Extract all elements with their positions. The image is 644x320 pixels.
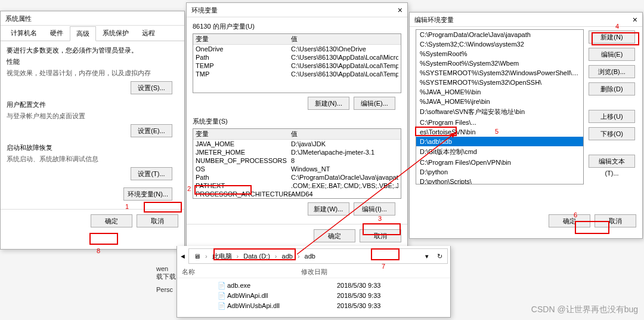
explorer-sidebar: wen 载下载 Persc [156, 265, 180, 293]
table-row[interactable]: PATHEXT.COM;.EXE;.BAT;.CMD;.VBS;.VBE;.JS… [193, 181, 401, 190]
userprofile-settings-button[interactable]: 设置(E)... [131, 124, 172, 137]
table-row[interactable]: PathC:\Users\86130\AppData\Local\Microso… [193, 53, 401, 61]
sysprops-ok-button[interactable]: 确定 [91, 214, 132, 227]
side-item[interactable]: Persc [156, 286, 180, 293]
sysprops-tabs: 计算机名 硬件 高级 系统保护 远程 [1, 26, 184, 41]
user-hdr-var: 变量 [196, 35, 291, 44]
env-vars-window: 环境变量 × 86130 的用户变量(U) 变量值 OneDriveC:\Use… [186, 2, 408, 264]
userprofile-desc: 与登录帐户相关的桌面设置 [7, 112, 178, 121]
list-item[interactable]: C:\ProgramData\Oracle\Java\javapath [416, 30, 583, 39]
file-row[interactable]: 📄adb.exe2018/5/30 9:33 [218, 281, 445, 291]
table-row[interactable]: JAVA_HOMED:\java\JDK [193, 140, 401, 148]
user-edit-button[interactable]: 编辑(E)... [354, 97, 395, 110]
list-item[interactable]: %SYSTEMROOT%\System32\WindowsPowerShell\… [416, 68, 583, 78]
path-list[interactable]: C:\ProgramData\Oracle\Java\javapathC:\Sy… [416, 29, 584, 184]
tab-advanced[interactable]: 高级 [70, 26, 96, 41]
tab-remote[interactable]: 远程 [135, 26, 162, 41]
refresh-icon[interactable]: ↻ [435, 253, 445, 260]
mark-8: 8 [97, 247, 100, 254]
exp-hdr-name[interactable]: 名称 [182, 267, 301, 276]
table-row[interactable]: TEMPC:\Users\86130\AppData\Local\Temp [193, 61, 401, 70]
list-item[interactable]: es\TortoiseSVN\bin [416, 127, 583, 137]
editpath-titlebar: 编辑环境变量 × [410, 13, 642, 27]
sys-hdr-val: 值 [291, 130, 398, 139]
user-vars-list[interactable]: 变量值 OneDriveC:\Users\86130\OneDrivePathC… [193, 33, 401, 93]
startup-desc: 系统启动、系统故障和调试信息 [7, 155, 178, 164]
envvar-ok-button[interactable]: 确定 [314, 229, 355, 242]
crumb-adb1[interactable]: adb [280, 253, 295, 260]
list-item[interactable]: %SystemRoot% [416, 49, 583, 59]
list-item[interactable]: D:\Git版本控制\cmd [416, 146, 583, 158]
edit-button[interactable]: 编辑(E) [589, 48, 635, 61]
list-item[interactable]: D:\software\SVN客户端安装地址\bin [416, 106, 583, 118]
list-item[interactable]: %JAVA_HOME%\jre\bin [416, 97, 583, 106]
editpath-cancel-button[interactable]: 取消 [595, 214, 636, 227]
editpath-close-icon[interactable]: × [633, 13, 637, 26]
mark-3: 3 [378, 215, 382, 222]
startup-settings-button[interactable]: 设置(T)... [131, 167, 172, 180]
sys-hdr-var: 变量 [196, 130, 291, 139]
moveup-button[interactable]: 上移(U) [589, 110, 635, 123]
list-item[interactable]: D:\adb\adb [416, 137, 583, 146]
sys-new-button[interactable]: 新建(W)... [308, 202, 349, 216]
movedown-button[interactable]: 下移(O) [589, 127, 635, 140]
user-new-button[interactable]: 新建(N)... [308, 97, 349, 110]
nav-back-icon[interactable]: ◄ [179, 253, 186, 260]
breadcrumb[interactable]: 🖥 › 此电脑› Data (D:)› adb› adb ▾ ↻ [188, 248, 448, 264]
list-item[interactable]: C:\Program Files\OpenVPN\bin [416, 158, 583, 167]
sys-vars-label: 系统变量(S) [193, 117, 401, 126]
user-vars-label: 86130 的用户变量(U) [193, 22, 401, 31]
list-item[interactable]: D:\python\Scripts\ [416, 177, 583, 184]
crumb-drive[interactable]: Data (D:) [241, 253, 273, 260]
userprofile-title: 用户配置文件 [7, 100, 178, 109]
env-vars-button[interactable]: 环境变量(N)... [123, 187, 172, 201]
list-item[interactable]: D:\python [416, 167, 583, 177]
tab-hardware[interactable]: 硬件 [44, 26, 70, 41]
admin-note: 要进行大多数更改，您必须作为管理员登录。 [7, 46, 178, 55]
edit-env-var-window: 编辑环境变量 × C:\ProgramData\Oracle\Java\java… [409, 12, 643, 239]
table-row[interactable]: OneDriveC:\Users\86130\OneDrive [193, 45, 401, 53]
sys-vars-list[interactable]: 变量值 JAVA_HOMED:\java\JDKJMETER_HOMED:\JM… [193, 128, 401, 199]
tab-system-protection[interactable]: 系统保护 [96, 26, 135, 41]
envvar-cancel-button[interactable]: 取消 [360, 229, 401, 242]
list-item[interactable]: %JAVA_HOME%\bin [416, 87, 583, 97]
table-row[interactable]: NUMBER_OF_PROCESSORS8 [193, 156, 401, 165]
table-row[interactable]: PathC:\ProgramData\Oracle\Java\javapath;… [193, 173, 401, 181]
mark-5: 5 [495, 128, 499, 135]
edittext-button[interactable]: 编辑文本(T)... [589, 155, 635, 168]
side-item[interactable]: wen [156, 265, 180, 272]
perf-title: 性能 [7, 57, 178, 66]
sysprops-cancel-button[interactable]: 取消 [137, 214, 178, 227]
table-row[interactable]: OSWindows_NT [193, 165, 401, 173]
list-item[interactable]: %SYSTEMROOT%\System32\OpenSSH\ [416, 78, 583, 87]
tab-computer-name[interactable]: 计算机名 [4, 26, 44, 41]
table-row[interactable]: JMETER_HOMED:\JMeter\apache-jmeter-3.1 [193, 148, 401, 156]
table-row[interactable]: PROCESSOR_ARCHITECTUREAMD64 [193, 190, 401, 198]
side-item[interactable]: 载下载 [156, 272, 180, 281]
sys-edit-button[interactable]: 编辑(I)... [354, 202, 395, 216]
mark-4: 4 [615, 23, 619, 30]
perf-settings-button[interactable]: 设置(S)... [131, 81, 172, 94]
list-item[interactable]: %SystemRoot%\System32\Wbem [416, 59, 583, 68]
envvar-titlebar: 环境变量 × [187, 3, 407, 17]
crumb-adb2[interactable]: adb [302, 253, 318, 260]
crumb-pc[interactable]: 此电脑 [210, 252, 234, 261]
editpath-ok-button[interactable]: 确定 [549, 214, 590, 227]
sysprops-titlebar: 系统属性 [1, 11, 184, 26]
new-button[interactable]: 新建(N) [589, 30, 635, 44]
file-row[interactable]: 📄AdbWinUsbApi.dll2018/5/30 9:33 [218, 301, 445, 311]
list-item[interactable]: C:\System32;C:\Windows\system32 [416, 39, 583, 49]
dropdown-icon[interactable]: ▾ [423, 253, 431, 260]
editpath-title: 编辑环境变量 [414, 13, 454, 26]
startup-title: 启动和故障恢复 [7, 143, 178, 152]
delete-button[interactable]: 删除(D) [589, 82, 635, 96]
envvar-title: 环境变量 [191, 3, 218, 17]
file-list[interactable]: 📄adb.exe2018/5/30 9:33📄AdbWinApi.dll2018… [213, 278, 450, 313]
file-row[interactable]: 📄AdbWinApi.dll2018/5/30 9:33 [218, 291, 445, 301]
list-item[interactable]: C:\Program Files\... [416, 118, 583, 127]
exp-hdr-date[interactable]: 修改日期 [301, 267, 327, 276]
envvar-close-icon[interactable]: × [398, 3, 402, 17]
browse-button[interactable]: 浏览(B)... [589, 65, 635, 78]
table-row[interactable]: TMPC:\Users\86130\AppData\Local\Temp [193, 70, 401, 78]
mark-7: 7 [382, 263, 385, 270]
